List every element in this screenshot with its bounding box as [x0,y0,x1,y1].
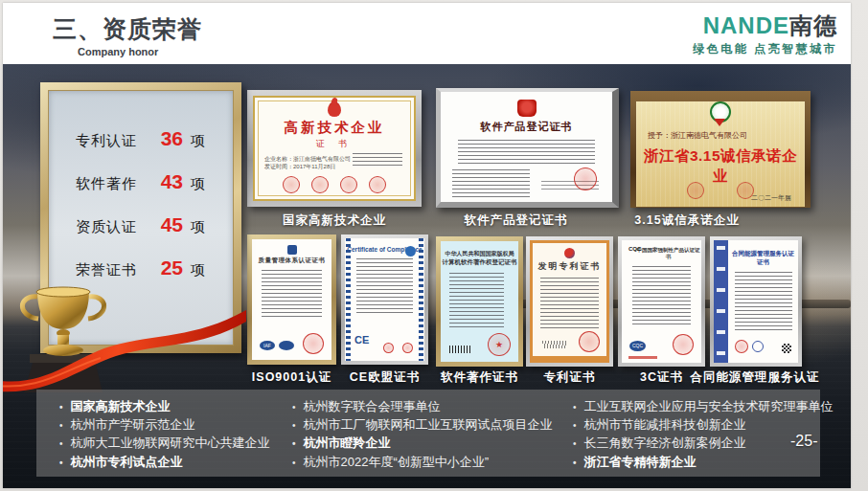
page-number: -25- [790,433,817,450]
cert-caption: 国家高新技术企业 [247,212,422,229]
stat-value: 43 [150,170,183,193]
certificate-315-integrity: 授予：浙江南德电气有限公司 浙江省3.15诚信承诺企业 二〇二一年届 [630,91,811,208]
cert-caption: 3.15诚信承诺企业 [597,212,777,229]
blue-edge-text [346,238,351,361]
stat-unit: 项 [191,132,205,150]
red-seal-icon [574,167,597,190]
tuv-badge-icon [405,246,416,257]
star-seal-icon: ★ [488,333,511,356]
red-seal-icon [579,331,600,352]
cqc-badge-icon: CQC [629,341,646,351]
cert-subtitle: 证 书 [255,138,414,150]
blue-logo-band [714,240,728,363]
red-seal-icon [735,340,748,353]
cert-title: 软件产品登记证书 [441,120,612,134]
bullet-icon: • [573,435,577,453]
cert-caption: 软件产品登记证书 [424,212,607,229]
ce-mark-icon: CE [354,334,369,346]
cert-text-lines [262,270,322,320]
certificate-energy-management: 合同能源管理服务认证证书 [710,236,802,367]
bullet-icon: • [59,417,63,435]
honor-text: 长三角数字经济创新案例企业 [584,435,746,452]
stat-label: 专利认证 [76,132,150,150]
stat-value: 36 [150,127,183,150]
page-title: 三、资质荣誉 [53,13,202,45]
honor-text: 杭州数字联合会理事单位 [304,398,441,415]
bullet-icon: • [59,399,63,416]
signature-icon [542,341,567,348]
honor-item: •国家高新技术企业 [59,398,299,416]
certificate-iso9001: 质量管理体系认证证书 IAF [247,234,336,365]
certificate-hightech-enterprise: 高新技术企业 证 书 企业名称：浙江南德电气有限公司 发证时间：2017年11月… [247,90,422,207]
honor-text: 杭州市专利试点企业 [71,454,183,471]
bullet-icon: • [292,399,296,416]
stat-unit: 项 [191,175,205,193]
page-subtitle: Company honor [78,46,158,57]
cert-text-lines [458,140,595,165]
green-medal-icon [710,101,731,123]
cert-title: 合同能源管理服务认证证书 [732,250,794,267]
honors-column-2: •杭州数字联合会理事单位 •杭州市工厂物联网和工业互联网试点项目企业 •杭州市瞪… [292,398,570,472]
cert-title: 高新技术企业 [255,119,414,137]
honor-item: •杭州市工厂物联网和工业互联网试点项目企业 [292,416,570,435]
stat-value: 45 [150,213,183,236]
national-emblem-icon [517,100,537,117]
stat-label: 软件著作 [76,175,150,193]
honor-text: 杭州市工厂物联网和工业互联网试点项目企业 [304,416,553,434]
honor-text: 杭州市2022年度“创新型中小企业” [304,454,490,471]
logo-tagline: 绿色电能 点亮智慧城市 [693,41,837,57]
bullet-icon: • [573,455,577,472]
red-seal-icon [303,333,324,354]
cert-caption: 合同能源管理服务认证 [674,369,836,386]
honor-text: 浙江省专精特新企业 [584,454,697,471]
honor-item: •杭州市瞪羚企业 [292,435,570,453]
cert-caption: ISO9001认证 [247,369,336,386]
red-seal-icon [402,343,413,353]
honor-text: 工业互联网企业应用与安全技术研究理事单位 [584,398,834,415]
patent-emblem-icon [564,248,575,258]
honor-item: •杭州市专利试点企业 [59,454,299,472]
cert-title: 浙江省3.15诚信承诺企业 [636,146,805,187]
stat-unit: 项 [191,261,205,279]
red-seal-icon [673,334,694,355]
bullet-icon: • [59,435,63,453]
bullet-icon: • [573,399,577,416]
stat-unit: 项 [191,218,205,236]
bullet-icon: • [292,435,296,453]
honor-text: 杭州市产学研示范企业 [71,416,195,434]
certificate-3c: CQC 中国国家强制性产品认证证书 CQC [618,236,705,367]
cert-text-lines [353,153,402,167]
stat-row-honor: 荣誉证书 25 项 [76,257,233,279]
honor-item: •杭州市2022年度“创新型中小企业” [292,454,570,472]
red-seal-icon [369,176,386,193]
orange-band [533,356,606,360]
presentation-slide: 三、资质荣誉 Company honor NANDE南德 绿色电能 点亮智慧城市… [3,3,851,488]
honor-item: •工业互联网企业应用与安全技术研究理事单位 [573,398,832,416]
cert-text-lines [632,266,691,325]
red-seal-icon [340,176,357,193]
honor-item: •杭州市产学研示范企业 [59,416,299,435]
stat-row-qualification: 资质认证 45 项 [76,213,233,236]
stat-label: 荣誉证书 [76,261,150,279]
stat-label: 资质认证 [76,218,150,236]
blue-seal-icon [752,341,764,352]
cert-stamps [255,176,414,193]
bullet-icon: • [59,455,63,472]
red-seal-icon [283,176,300,193]
honor-text: 杭师大工业物联网研究中心共建企业 [71,435,270,452]
cert-caption: 软件著作证书 [436,369,523,386]
cert-text-lines [449,273,504,328]
honor-text: 国家高新技术企业 [71,398,171,415]
stat-value: 25 [150,257,183,279]
red-seal-icon [311,176,329,193]
cert-caption: 专利证书 [526,369,613,386]
bullet-icon: • [573,417,577,435]
certificate-software-product: 软件产品登记证书 [436,88,619,208]
certificate-software-copyright: 中华人民共和国国家版权局 计算机软件著作权登记证书 ★ [436,236,523,367]
cert-text-lines [356,258,412,316]
barcode-icon [449,346,470,353]
red-seal-icon [687,182,704,199]
honor-text: 杭州市瞪羚企业 [304,435,391,452]
company-logo: NANDE南德 绿色电能 点亮智慧城市 [693,13,837,57]
red-footer-line [628,356,657,359]
